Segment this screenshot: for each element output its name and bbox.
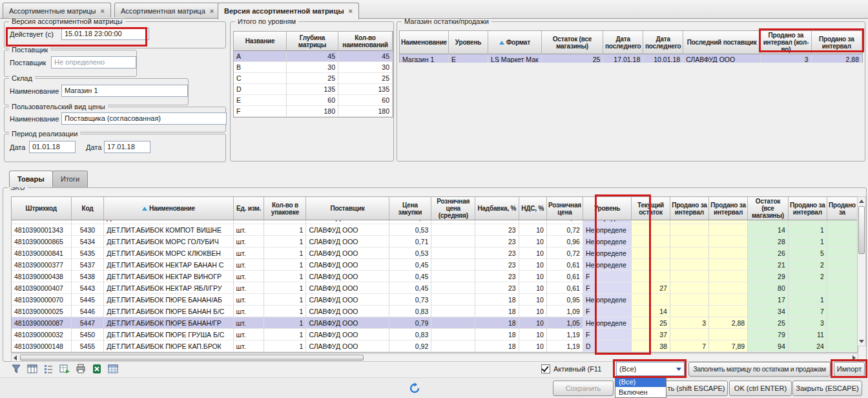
column-header[interactable]: Дата последнего — [603, 31, 643, 54]
scroll-right-icon[interactable] — [852, 355, 856, 361]
tab-assortment-matrix-version[interactable]: Версия ассортиментной матрицы — [218, 3, 359, 19]
column-header[interactable]: НДС, % — [519, 197, 547, 220]
supplier-input[interactable]: Не определено — [51, 56, 136, 68]
levels-row[interactable]: E6060 — [234, 95, 393, 106]
dropdown-option-all[interactable]: (Все) — [615, 377, 666, 387]
sku-row[interactable]: 48103900001485455ДЕТ.ПИТ.АБИБОК ПЮРЕ КАП… — [12, 340, 858, 352]
column-header[interactable]: Последний поставщик — [683, 31, 761, 54]
sku-row[interactable]: 48103900004075443ДЕТ.ПИТ.АБИБОК НЕКТАР Я… — [12, 282, 858, 294]
vertical-scroll-thumb[interactable] — [858, 206, 865, 254]
scroll-up-icon[interactable] — [859, 200, 864, 203]
filter-icon[interactable] — [9, 362, 23, 375]
column-header[interactable]: Дата последнего — [643, 31, 683, 54]
sku-row[interactable]: 48103900008415435ДЕТ.ПИТ.АБИБОК МОРС КЛЮ… — [12, 247, 858, 259]
dropdown-option-enabled[interactable]: Включен — [615, 387, 666, 397]
cell — [827, 236, 858, 247]
valid-from-input[interactable]: 15.01.18 23:00:00 — [61, 28, 149, 40]
column-header[interactable]: Название — [234, 32, 287, 51]
levels-row[interactable]: C2525 — [234, 73, 393, 84]
column-header[interactable]: Код — [72, 197, 105, 220]
warehouse-name-input[interactable]: Магазин 1 — [61, 85, 188, 97]
column-header-label: Текущий остаток — [637, 202, 664, 216]
column-settings-icon[interactable] — [25, 362, 39, 375]
period-from-input[interactable]: 01.01.18 — [29, 141, 76, 153]
tab-products[interactable]: Товары — [9, 171, 53, 187]
column-header[interactable]: Продано за интервал — [812, 31, 862, 54]
import-button[interactable]: Импорт — [834, 362, 865, 377]
level-filter-select[interactable]: (Все) — [616, 362, 685, 376]
refresh-button[interactable] — [406, 380, 423, 396]
print-icon[interactable] — [74, 362, 88, 375]
column-header[interactable]: Кол-во в упаковке — [264, 197, 306, 220]
tab-assortment-matrix[interactable]: Ассортиментная матрица — [114, 3, 220, 19]
cell: F — [583, 271, 632, 282]
active-checkbox[interactable] — [541, 364, 550, 373]
excel-export-icon[interactable] — [90, 362, 104, 375]
close-icon[interactable] — [349, 7, 353, 15]
column-header[interactable]: Глубина матрицы — [287, 32, 338, 51]
column-header[interactable]: Поставщик — [306, 197, 389, 220]
column-header[interactable]: Уровень — [449, 31, 488, 54]
column-header[interactable]: Надбавка, % — [475, 197, 519, 220]
sku-row[interactable]: 48103900004385438ДЕТ.ПИТ.АБИБОК НЕКТАР В… — [12, 271, 858, 282]
table-view-icon[interactable] — [106, 362, 120, 375]
column-header[interactable]: Остаток (все магазины) — [748, 197, 789, 220]
horizontal-scrollbar[interactable] — [11, 353, 858, 362]
column-header[interactable]: Уровень — [583, 197, 632, 220]
scroll-down-icon[interactable] — [859, 340, 864, 343]
horizontal-scroll-thumb[interactable] — [20, 355, 364, 361]
column-header[interactable]: Продано за интервал — [670, 197, 709, 220]
column-header[interactable]: Кол-во наименований — [338, 32, 393, 51]
cell: 34 — [748, 306, 789, 317]
close-icon[interactable] — [101, 7, 105, 15]
ok-button[interactable]: OK (ctrl ENTER) — [729, 381, 792, 396]
tab-totals[interactable]: Итоги — [52, 171, 88, 187]
column-header[interactable]: Наименование — [400, 31, 449, 54]
period-to-input[interactable]: 17.01.18 — [104, 141, 150, 153]
vertical-scrollbar[interactable] — [857, 196, 866, 346]
column-header[interactable]: Формат — [488, 31, 542, 54]
warehouse-panel-legend: Склад — [9, 74, 35, 82]
column-header[interactable]: Цена закупки — [389, 197, 432, 220]
levels-row[interactable]: F180180 — [234, 106, 393, 117]
column-header[interactable]: Продано за интервал (кол-во) — [761, 31, 811, 54]
cell: 0,83 — [389, 329, 432, 340]
column-header[interactable]: Ед. изм. — [234, 197, 265, 220]
column-header[interactable]: Продано за — [827, 197, 858, 220]
save-button[interactable]: Сохранить — [553, 381, 614, 396]
export-table-icon[interactable] — [57, 362, 72, 375]
store-row[interactable]: Магазин 1ELS Маркет Мак2517.01.1810.01.1… — [400, 54, 862, 63]
sku-row[interactable]: 48103900000255446ДЕТ.ПИТ.АБИБОК ПЮРЕ БАН… — [12, 306, 858, 317]
cell: F — [583, 329, 632, 340]
sku-row[interactable]: 48103900013435430ДЕТ.ПИТ.АБИБОК КОМПОТ В… — [12, 224, 858, 236]
cell: СЛАВФУД ООО — [306, 329, 389, 340]
column-header[interactable]: Розничная цена — [547, 197, 583, 220]
tab-assortment-matrices[interactable]: Ассортиментные матрицы — [3, 3, 111, 19]
sku-row[interactable]: 48103900000705445ДЕТ.ПИТ.АБИБОК ПЮРЕ БАН… — [12, 294, 858, 306]
price-view-name-input[interactable]: Поставщика (согласованная) — [61, 112, 227, 125]
fill-matrix-button[interactable]: Заполнить матрицу по остаткам и продажам — [688, 362, 831, 377]
scroll-left-icon[interactable] — [14, 355, 17, 361]
row-numbering-icon[interactable] — [41, 362, 56, 375]
cell: 180 — [287, 106, 338, 117]
sku-row[interactable]: 48103900000325450ДЕТ.ПИТ.АБИБОК ПЮРЕ ГРУ… — [12, 329, 858, 340]
close-button[interactable]: Закрыть (ESCAPE) — [792, 381, 862, 396]
column-header[interactable]: Остаток (все магазины) — [542, 31, 604, 54]
column-header-label: НДС, % — [521, 205, 544, 212]
sku-row[interactable]: 48103900000875447ДЕТ.ПИТ.АБИБОК ПЮРЕ БАН… — [12, 317, 858, 329]
column-header[interactable]: Розничная цена (средняя) — [431, 197, 475, 220]
column-header[interactable]: Продано за интервал — [789, 197, 827, 220]
close-icon[interactable] — [210, 7, 214, 15]
column-header[interactable]: Продано за интервал — [709, 197, 748, 220]
levels-row[interactable]: D135135 — [234, 84, 393, 95]
cancel-shift-escape-button[interactable]: ть (shift ESCAPE) — [665, 381, 728, 396]
levels-row[interactable]: A4545 — [234, 51, 393, 62]
column-header[interactable]: Текущий остаток — [632, 197, 670, 220]
column-header[interactable]: Штрихкод — [12, 197, 72, 220]
sku-row[interactable]: 48103900008655434ДЕТ.ПИТ.АБИБОК МОРС ГОЛ… — [12, 236, 858, 247]
sku-row[interactable]: 48103900003775437ДЕТ.ПИТ.АБИБОК НЕКТАР Б… — [12, 259, 858, 271]
active-checkbox-label: Активный (F11 — [553, 365, 601, 373]
column-header[interactable]: Наименование — [104, 197, 233, 220]
cell: 1 — [789, 236, 827, 247]
levels-row[interactable]: B3030 — [234, 62, 393, 73]
